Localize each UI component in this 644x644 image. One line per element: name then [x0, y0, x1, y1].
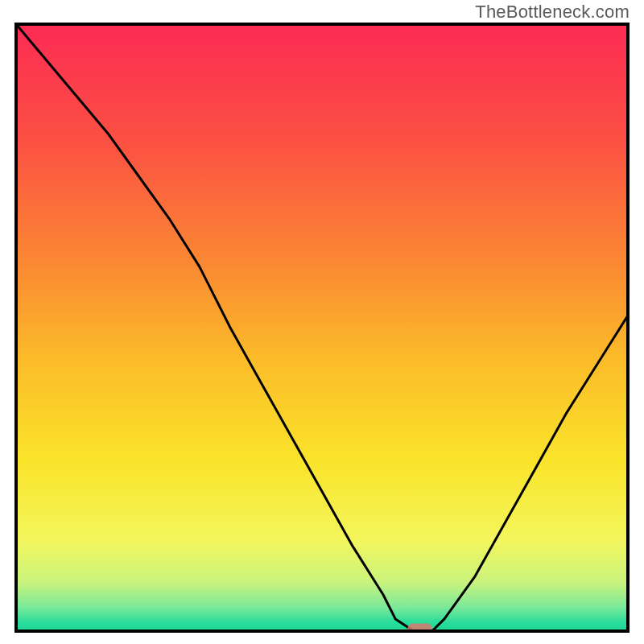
chart-container: TheBottleneck.com	[0, 0, 644, 644]
gradient-background	[16, 24, 628, 631]
bottleneck-plot	[14, 23, 630, 633]
watermark-text: TheBottleneck.com	[475, 2, 630, 23]
